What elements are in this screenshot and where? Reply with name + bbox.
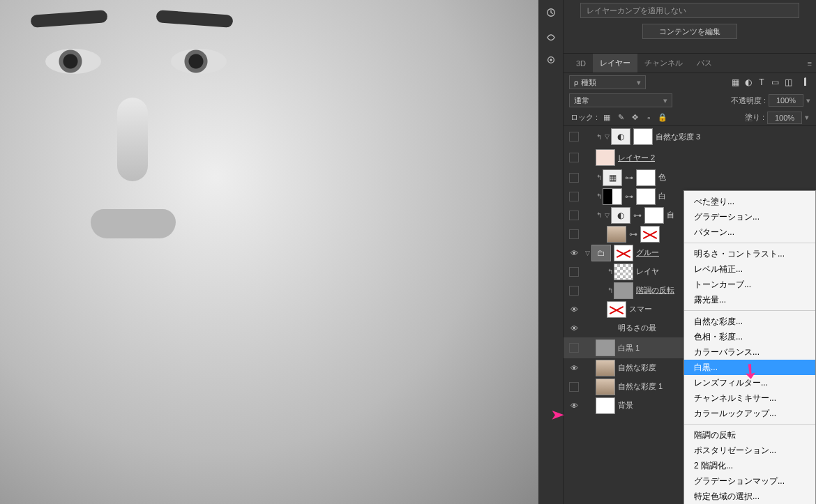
filter-type-icon[interactable]: T — [757, 77, 766, 87]
menu-threshold[interactable]: 2 階調化... — [684, 458, 815, 473]
menu-solid-color[interactable]: べた塗り... — [684, 194, 815, 209]
visibility-off[interactable] — [569, 192, 579, 201]
visibility-off[interactable] — [569, 286, 579, 296]
visibility-off[interactable] — [569, 343, 579, 353]
filter-toggle-icon[interactable]: ⏽ — [801, 77, 810, 87]
smart-thumb[interactable] — [596, 379, 615, 395]
filter-smart-icon[interactable]: ◫ — [783, 77, 793, 87]
tab-channels[interactable]: チャンネル — [637, 54, 690, 72]
tab-layers[interactable]: レイヤー — [593, 54, 637, 72]
layer-name[interactable]: 色 — [658, 172, 666, 183]
layer-name[interactable]: 白 — [658, 191, 666, 201]
mask-disabled-thumb[interactable] — [614, 245, 633, 261]
lock-transparent-icon[interactable]: ▦ — [602, 113, 612, 123]
layer-name[interactable]: レイヤ — [636, 266, 659, 277]
edit-contents-button[interactable]: コンテンツを編集 — [642, 24, 737, 39]
opacity-value-input[interactable]: 100% — [769, 94, 803, 107]
twirl-icon[interactable]: ▽ — [603, 133, 611, 140]
menu-photo-filter[interactable]: レンズフィルター... — [684, 375, 815, 390]
visibility-off[interactable] — [569, 211, 579, 220]
history-panel-icon[interactable] — [541, 3, 561, 22]
layer-name[interactable]: 自然な彩度 — [618, 362, 656, 373]
menu-selective-color[interactable]: 特定色域の選択... — [684, 489, 815, 504]
mask-thumb[interactable] — [644, 207, 664, 224]
layer-name[interactable]: レイヤー 2 — [618, 153, 655, 163]
layer-comp-select[interactable]: レイヤーカンプを適用しない — [580, 3, 799, 18]
adjustment-thumb[interactable] — [614, 282, 633, 299]
layer-kind-filter[interactable]: ρ 種類 ▾ — [569, 75, 646, 89]
chevron-down-icon[interactable]: ▾ — [806, 96, 810, 105]
panel-menu-icon[interactable]: ≡ — [808, 59, 812, 68]
menu-gradient-map[interactable]: グラデーションマップ... — [684, 473, 815, 489]
visibility-off[interactable] — [569, 382, 579, 392]
swatches-panel-icon[interactable] — [541, 26, 561, 46]
layer-row[interactable]: ↰ ▽ ◐ 自然な彩度 3 — [564, 126, 816, 147]
menu-black-white[interactable]: 白黒... — [684, 360, 815, 375]
lock-pixels-icon[interactable]: ✎ — [616, 113, 626, 123]
layer-name[interactable]: 白黒 1 — [618, 343, 640, 353]
menu-gradient[interactable]: グラデーション... — [684, 209, 815, 224]
menu-vibrance[interactable]: 自然な彩度... — [684, 314, 815, 329]
lock-artboard-icon[interactable]: ▫ — [644, 113, 653, 123]
filter-shape-icon[interactable]: ▭ — [770, 77, 780, 87]
filter-pixel-icon[interactable]: ▦ — [730, 77, 740, 87]
filter-adjust-icon[interactable]: ◐ — [743, 77, 753, 87]
smart-thumb[interactable] — [596, 360, 615, 376]
layer-thumb[interactable] — [596, 149, 615, 166]
visibility-toggle[interactable]: 👁 — [569, 248, 579, 258]
menu-posterize[interactable]: ポスタリゼーション... — [684, 443, 815, 458]
visibility-off[interactable] — [569, 267, 579, 277]
menu-hue-saturation[interactable]: 色相・彩度... — [684, 329, 815, 344]
smart-disabled-thumb[interactable] — [607, 301, 626, 318]
visibility-toggle[interactable]: 👁 — [569, 401, 579, 411]
adjustment-thumb[interactable] — [603, 188, 622, 205]
adjustment-thumb[interactable]: ▦ — [603, 169, 622, 186]
smart-thumb[interactable] — [596, 339, 615, 356]
visibility-toggle[interactable]: 👁 — [569, 363, 579, 373]
menu-channel-mixer[interactable]: チャンネルミキサー... — [684, 390, 815, 406]
menu-levels[interactable]: レベル補正... — [684, 261, 815, 277]
adjustment-thumb[interactable]: ◐ — [611, 207, 630, 224]
menu-color-balance[interactable]: カラーバランス... — [684, 344, 815, 360]
layer-thumb[interactable] — [607, 226, 626, 243]
visibility-off[interactable] — [569, 173, 579, 183]
mask-thumb[interactable] — [636, 188, 656, 205]
layer-name[interactable]: 自然な彩度 3 — [656, 132, 700, 142]
adjustment-thumb[interactable]: ◐ — [611, 128, 630, 145]
mask-disabled-thumb[interactable] — [640, 226, 660, 243]
visibility-off[interactable] — [569, 229, 579, 239]
layer-name[interactable]: グルー — [636, 247, 659, 258]
visibility-off[interactable] — [569, 132, 579, 142]
visibility-toggle[interactable]: 👁 — [569, 305, 579, 314]
menu-pattern[interactable]: パターン... — [684, 224, 815, 240]
styles-panel-icon[interactable] — [541, 50, 561, 70]
filter-name[interactable]: 明るさの最 — [618, 323, 656, 333]
menu-brightness-contrast[interactable]: 明るさ・コントラスト... — [684, 246, 815, 261]
layer-thumb[interactable] — [614, 264, 633, 280]
layer-row[interactable]: レイヤー 2 — [564, 147, 816, 168]
layer-name[interactable]: スマー — [629, 304, 652, 314]
layer-name[interactable]: 自然な彩度 1 — [618, 381, 663, 392]
lock-position-icon[interactable]: ✥ — [630, 113, 640, 123]
layer-name[interactable]: 背景 — [618, 400, 633, 411]
layer-name[interactable]: 階調の反転 — [636, 285, 674, 296]
lock-all-icon[interactable]: 🔒 — [658, 113, 667, 123]
layer-name[interactable]: 自 — [667, 210, 674, 220]
tab-3d[interactable]: 3D — [569, 54, 593, 72]
visibility-toggle[interactable]: 👁 — [569, 323, 579, 333]
visibility-off[interactable] — [569, 153, 579, 162]
menu-invert[interactable]: 階調の反転 — [684, 427, 815, 443]
tab-paths[interactable]: パス — [690, 54, 719, 72]
fill-value-input[interactable]: 100% — [767, 112, 802, 124]
twirl-open-icon[interactable]: ▽ — [583, 250, 591, 257]
layer-thumb[interactable] — [596, 397, 615, 414]
menu-color-lookup[interactable]: カラールックアップ... — [684, 406, 815, 421]
blend-mode-select[interactable]: 通常 ▾ — [569, 93, 672, 107]
mask-thumb[interactable] — [636, 169, 656, 186]
twirl-icon[interactable]: ▽ — [603, 212, 611, 219]
layer-row[interactable]: ↰ ▦ ⊶ 色 — [564, 168, 816, 187]
menu-curves[interactable]: トーンカーブ... — [684, 277, 815, 292]
document-canvas[interactable] — [0, 0, 538, 504]
mask-thumb[interactable] — [633, 128, 653, 145]
chevron-down-icon[interactable]: ▾ — [805, 113, 809, 122]
